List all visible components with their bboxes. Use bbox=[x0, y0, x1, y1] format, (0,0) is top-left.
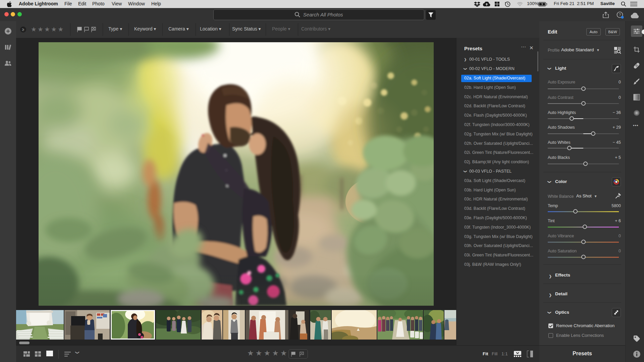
svg-text:?: ? bbox=[619, 13, 621, 17]
